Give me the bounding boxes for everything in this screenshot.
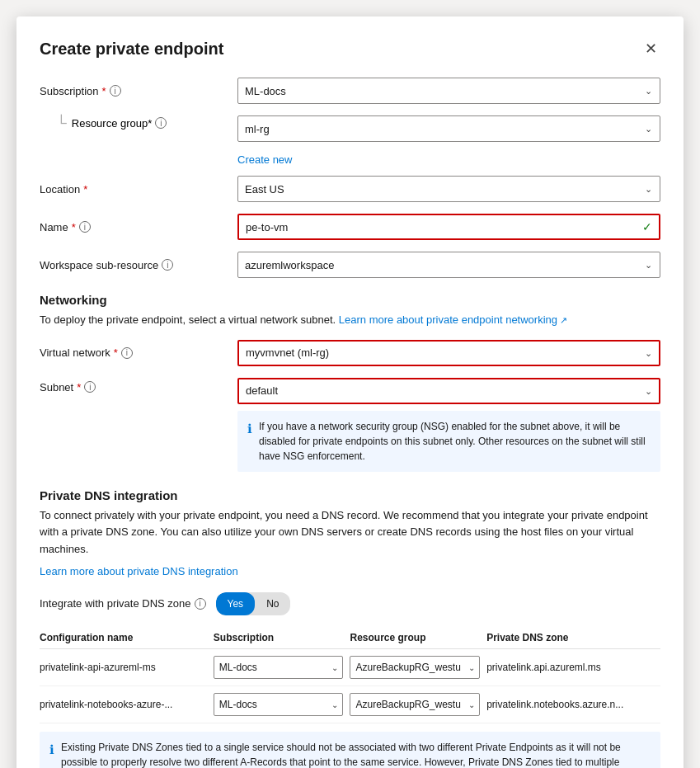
- subscription-select-wrap-1: ML-docs ⌄: [214, 656, 344, 679]
- create-private-endpoint-dialog: Create private endpoint ✕ Subscription *…: [16, 16, 684, 768]
- col-config-name: Configuration name: [40, 627, 214, 649]
- integrate-dns-info-icon[interactable]: i: [195, 598, 206, 610]
- config-name-cell: privatelink-api-azureml-ms: [40, 648, 214, 686]
- col-dns-zone: Private DNS zone: [486, 627, 660, 649]
- dns-table-header: Configuration name Subscription Resource…: [40, 627, 660, 649]
- toggle-no-option[interactable]: No: [255, 592, 290, 615]
- resource-group-select-row2[interactable]: AzureBackupRG_westus_1: [350, 693, 480, 716]
- resource-group-cell-2: AzureBackupRG_westus_1 ⌄: [350, 686, 486, 723]
- subscription-control: ML-docs ⌄: [237, 78, 660, 104]
- subnet-info-icon[interactable]: i: [84, 381, 96, 393]
- virtual-network-control: myvmvnet (ml-rg) ⌄: [237, 340, 660, 366]
- nsg-info-text: If you have a network security group (NS…: [259, 419, 651, 464]
- subnet-label: Subnet * i: [40, 378, 237, 393]
- dns-zone-cell-2: privatelink.notebooks.azure.n...: [486, 686, 660, 723]
- virtual-network-select[interactable]: myvmvnet (ml-rg): [237, 340, 660, 366]
- subscription-select-wrap-2: ML-docs ⌄: [214, 693, 344, 716]
- subscription-cell-1: ML-docs ⌄: [214, 648, 350, 686]
- location-select-wrapper: East US ⌄: [237, 176, 660, 202]
- workspace-subresource-label-text: Workspace sub-resource: [40, 259, 158, 271]
- dns-table: Configuration name Subscription Resource…: [40, 627, 660, 723]
- integrate-dns-label-text: Integrate with private DNS zone: [40, 597, 191, 610]
- networking-desc-text: To deploy the private endpoint, select a…: [40, 313, 336, 326]
- virtual-network-required: *: [114, 346, 118, 359]
- dns-table-body: privatelink-api-azureml-ms ML-docs ⌄ Azu…: [40, 648, 660, 723]
- virtual-network-row: Virtual network * i myvmvnet (ml-rg) ⌄: [40, 340, 660, 366]
- resource-group-select-wrapper: ml-rg ⌄: [237, 115, 660, 142]
- location-select[interactable]: East US: [237, 176, 660, 202]
- location-label: Location *: [40, 183, 237, 196]
- integrate-dns-toggle-row: Integrate with private DNS zone i Yes No: [40, 592, 660, 615]
- subnet-select-wrapper: default ⌄: [237, 378, 660, 404]
- resource-group-label-text: Resource group: [72, 117, 148, 130]
- virtual-network-info-icon[interactable]: i: [121, 347, 133, 359]
- subscription-select-wrapper: ML-docs ⌄: [237, 78, 660, 104]
- warning-text: Existing Private DNS Zones tied to a sin…: [61, 740, 651, 768]
- name-info-icon[interactable]: i: [79, 221, 91, 233]
- close-button[interactable]: ✕: [641, 36, 660, 61]
- workspace-subresource-info-icon[interactable]: i: [162, 259, 173, 271]
- config-name-cell-2: privatelink-notebooks-azure-...: [40, 686, 214, 723]
- name-label: Name * i: [40, 221, 237, 233]
- subscription-row: Subscription * i ML-docs ⌄: [40, 78, 660, 104]
- nsg-info-icon: ℹ: [247, 420, 252, 464]
- workspace-subresource-row: Workspace sub-resource i azuremlworkspac…: [40, 252, 660, 278]
- subscription-required: *: [102, 85, 106, 97]
- virtual-network-label-text: Virtual network: [40, 346, 110, 359]
- dns-zone-cell-1: privatelink.api.azureml.ms: [486, 648, 660, 686]
- resource-group-select[interactable]: ml-rg: [237, 115, 660, 142]
- subnet-label-text: Subnet: [40, 381, 73, 393]
- subnet-row: Subnet * i default ⌄ ℹ If you have a net…: [40, 378, 660, 472]
- subscription-select-row2[interactable]: ML-docs: [214, 693, 344, 716]
- resource-group-select-row1[interactable]: AzureBackupRG_westus_1: [350, 656, 480, 679]
- networking-learn-more-link[interactable]: Learn more about private endpoint networ…: [339, 313, 567, 326]
- name-control: ✓: [237, 214, 660, 240]
- resource-group-control: ml-rg ⌄: [237, 115, 660, 142]
- private-dns-learn-more-link[interactable]: Learn more about private DNS integration: [40, 565, 238, 577]
- resource-group-cell-1: AzureBackupRG_westus_1 ⌄: [350, 648, 486, 686]
- resource-group-select-wrap-1: AzureBackupRG_westus_1 ⌄: [350, 656, 480, 679]
- col-resource-group: Resource group: [350, 627, 486, 649]
- dns-warning-box: ℹ Existing Private DNS Zones tied to a s…: [40, 732, 660, 768]
- subnet-select[interactable]: default: [237, 378, 660, 404]
- dns-table-header-row: Configuration name Subscription Resource…: [40, 627, 660, 649]
- resource-group-connector: └: [56, 115, 67, 130]
- resource-group-required: *: [148, 117, 152, 130]
- resource-group-select-wrap-2: AzureBackupRG_westus_1 ⌄: [350, 693, 480, 716]
- create-new-link[interactable]: Create new: [237, 153, 660, 166]
- name-input[interactable]: [237, 214, 660, 240]
- table-row: privatelink-api-azureml-ms ML-docs ⌄ Azu…: [40, 648, 660, 686]
- private-dns-section-title: Private DNS integration: [40, 488, 660, 502]
- private-dns-description: To connect privately with your private e…: [40, 507, 660, 558]
- virtual-network-select-wrapper: myvmvnet (ml-rg) ⌄: [237, 340, 660, 366]
- networking-section-title: Networking: [40, 293, 660, 307]
- location-control: East US ⌄: [237, 176, 660, 202]
- name-check-icon: ✓: [642, 220, 652, 233]
- toggle-yes-option[interactable]: Yes: [216, 592, 256, 615]
- integrate-dns-toggle[interactable]: Yes No: [216, 592, 291, 615]
- virtual-network-label: Virtual network * i: [40, 346, 237, 359]
- subnet-required: *: [77, 381, 81, 393]
- private-dns-desc-text: To connect privately with your private e…: [40, 509, 648, 556]
- workspace-subresource-select-wrapper: azuremlworkspace ⌄: [237, 252, 660, 278]
- workspace-subresource-select[interactable]: azuremlworkspace: [237, 252, 660, 278]
- subscription-label: Subscription * i: [40, 85, 237, 97]
- subscription-select-row1[interactable]: ML-docs: [214, 656, 344, 679]
- name-input-wrap: ✓: [237, 214, 660, 240]
- resource-group-info-icon[interactable]: i: [155, 117, 167, 129]
- subnet-control: default ⌄ ℹ If you have a network securi…: [237, 378, 660, 472]
- private-dns-link-row: Learn more about private DNS integration: [40, 563, 660, 581]
- resource-group-label-wrap: └ Resource group * i: [40, 115, 237, 130]
- table-row: privatelink-notebooks-azure-... ML-docs …: [40, 686, 660, 723]
- warning-info-icon: ℹ: [49, 741, 54, 768]
- name-row: Name * i ✓: [40, 214, 660, 240]
- integrate-dns-label: Integrate with private DNS zone i: [40, 597, 206, 610]
- resource-group-row: └ Resource group * i ml-rg ⌄: [40, 115, 660, 142]
- location-row: Location * East US ⌄: [40, 176, 660, 202]
- workspace-subresource-control: azuremlworkspace ⌄: [237, 252, 660, 278]
- networking-description: To deploy the private endpoint, select a…: [40, 312, 660, 328]
- subscription-cell-2: ML-docs ⌄: [214, 686, 350, 723]
- subscription-info-icon[interactable]: i: [110, 85, 121, 97]
- subscription-select[interactable]: ML-docs: [237, 78, 660, 104]
- dialog-header: Create private endpoint ✕: [40, 36, 660, 61]
